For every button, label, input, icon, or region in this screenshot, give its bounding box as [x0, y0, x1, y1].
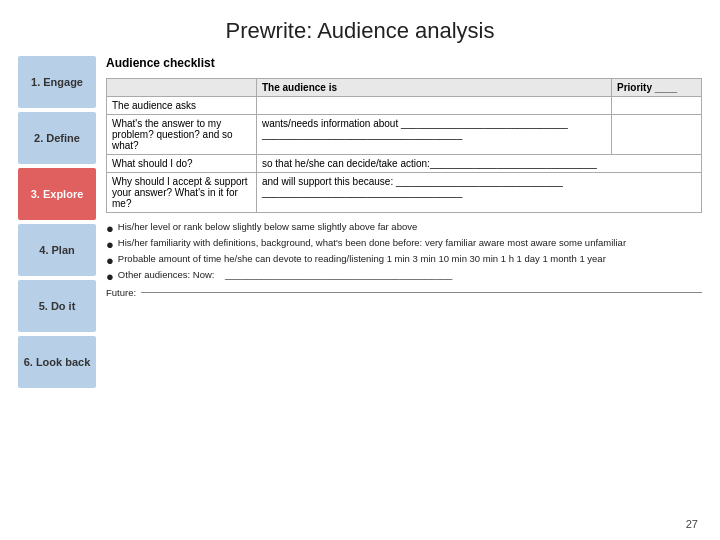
table-cell-audience-asks-right2 [612, 97, 702, 115]
bullet-row-other: ● Other audiences: Now: ________________… [106, 269, 702, 283]
future-underline [141, 292, 702, 293]
step-engage: 1. Engage [18, 56, 96, 108]
audience-table: The audience is Priority ____ The audien… [106, 78, 702, 213]
step-define: 2. Define [18, 112, 96, 164]
table-cell-why: Why should I accept & support your answe… [107, 173, 257, 213]
table-row: What's the answer to my problem? questio… [107, 115, 702, 155]
table-cell-audience-asks-right [257, 97, 612, 115]
table-cell-answer: What's the answer to my problem? questio… [107, 115, 257, 155]
step-explore: 3. Explore [18, 168, 96, 220]
step-doit: 5. Do it [18, 280, 96, 332]
bullet-text-familiarity: His/her familiarity with definitions, ba… [118, 237, 626, 249]
table-cell-audience-asks: The audience asks [107, 97, 257, 115]
table-cell-what-should-right: so that he/she can decide/take action:__… [257, 155, 702, 173]
bullet-icon-other: ● [106, 270, 114, 283]
bullet-text-other: Other audiences: Now: __________________… [118, 269, 452, 281]
future-row: Future: [106, 287, 702, 298]
bullet-icon-familiarity: ● [106, 238, 114, 251]
table-cell-answer-right: wants/needs information about __________… [257, 115, 612, 155]
page-number: 27 [686, 518, 698, 530]
bullet-text-time: Probable amount of time he/she can devot… [118, 253, 606, 265]
bullet-row-familiarity: ● His/her familiarity with definitions, … [106, 237, 702, 251]
bullet-row-time: ● Probable amount of time he/she can dev… [106, 253, 702, 267]
table-header-col3: Priority ____ [612, 79, 702, 97]
table-cell-what-should: What should I do? [107, 155, 257, 173]
bullet-icon-level: ● [106, 222, 114, 235]
table-row: What should I do? so that he/she can dec… [107, 155, 702, 173]
bullet-icon-time: ● [106, 254, 114, 267]
table-header-col1 [107, 79, 257, 97]
sidebar: 1. Engage 2. Define 3. Explore 4. Plan 5… [18, 56, 96, 388]
step-lookback: 6. Look back [18, 336, 96, 388]
bullet-section: ● His/her level or rank below slightly b… [106, 221, 702, 298]
bullet-row-level: ● His/her level or rank below slightly b… [106, 221, 702, 235]
table-header-col2: The audience is [257, 79, 612, 97]
table-row: The audience asks [107, 97, 702, 115]
bullet-text-level: His/her level or rank below slightly bel… [118, 221, 417, 233]
checklist-header: Audience checklist [106, 56, 702, 70]
content-area: Audience checklist The audience is Prior… [106, 56, 702, 388]
table-row: Why should I accept & support your answe… [107, 173, 702, 213]
future-label: Future: [106, 287, 136, 298]
step-plan: 4. Plan [18, 224, 96, 276]
table-cell-why-right: and will support this because: _________… [257, 173, 702, 213]
page-title: Prewrite: Audience analysis [0, 0, 720, 56]
